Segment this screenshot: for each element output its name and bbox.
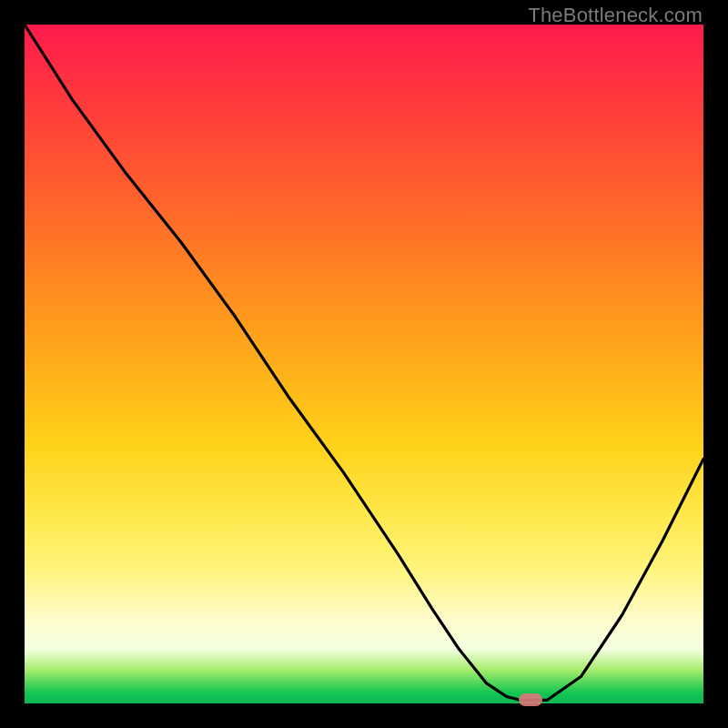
curve-path [25,25,703,700]
optimum-marker [519,693,542,706]
chart-frame: TheBottleneck.com [0,0,728,728]
watermark-text: TheBottleneck.com [528,4,703,27]
bottleneck-curve [25,25,703,703]
